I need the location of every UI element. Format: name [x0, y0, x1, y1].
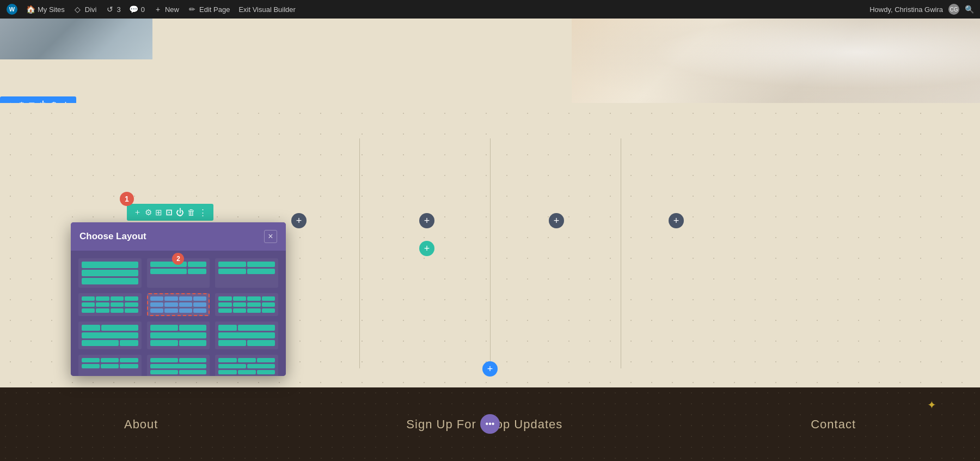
divi-label: Divi: [85, 5, 97, 14]
edit-page-label: Edit Page: [199, 5, 230, 14]
badge-1: 1: [120, 192, 134, 206]
my-sites-item[interactable]: 🏠 My Sites: [26, 5, 65, 14]
layout-2col-unequal[interactable]: 2: [147, 258, 210, 288]
divi-item[interactable]: ◇ Divi: [74, 5, 97, 14]
user-greeting: Howdy, Christina Gwira: [869, 5, 943, 14]
exit-builder-item[interactable]: Exit Visual Builder: [238, 5, 296, 14]
layout-row4-3[interactable]: [215, 355, 278, 376]
comments-count-item[interactable]: ↺ 3: [106, 5, 121, 14]
plus-btn-col3[interactable]: +: [669, 213, 684, 228]
popup-title: Choose Layout: [79, 231, 146, 242]
pencil-icon: ✏: [188, 5, 197, 14]
layout-row4-1[interactable]: [78, 355, 142, 376]
more-icon-mid[interactable]: ⋮: [199, 208, 207, 217]
layout-mixed-3[interactable]: [215, 322, 278, 349]
add-col-icon-mid[interactable]: ＋: [133, 207, 142, 217]
comment-icon: 💬: [130, 5, 138, 14]
refresh-icon: ↺: [106, 5, 114, 14]
row-toolbar-middle: ＋ ⚙ ⊞ ⊡ ⏻ 🗑 ⋮: [127, 204, 213, 221]
plus-btn-col1[interactable]: +: [419, 213, 434, 228]
layout-row4-2[interactable]: [147, 355, 210, 376]
popup-body: 2: [71, 251, 286, 376]
admin-bar-right: Howdy, Christina Gwira CG 🔍: [869, 4, 973, 15]
user-avatar[interactable]: CG: [948, 4, 959, 15]
col-divider-1: [359, 138, 360, 368]
comments-count: 3: [117, 5, 121, 14]
wp-logo: W: [7, 4, 17, 15]
footer: About Sign Up For Shop Updates Contact ✦…: [0, 387, 980, 461]
delete-icon-mid[interactable]: 🗑: [187, 208, 195, 217]
dots-menu-button[interactable]: •••: [480, 414, 500, 434]
layout-full-1[interactable]: [78, 258, 142, 288]
copy-icon-mid[interactable]: ⊞: [155, 208, 162, 217]
plus-btn-col1-teal[interactable]: +: [419, 241, 434, 256]
col-divider-2: [490, 138, 491, 368]
layout-4col-small[interactable]: [78, 293, 142, 316]
admin-bar: W 🏠 My Sites ◇ Divi ↺ 3 💬 0 + New ✏ Edit…: [0, 0, 980, 19]
badge-2: 2: [172, 253, 184, 265]
layout-mixed-1[interactable]: [78, 322, 142, 349]
col-divider-3: [621, 138, 621, 368]
layout-2col-equal[interactable]: [215, 258, 278, 288]
plus-btn-col0[interactable]: +: [291, 213, 307, 228]
plus-btn-col2[interactable]: +: [549, 213, 564, 228]
wp-logo-item[interactable]: W: [7, 4, 17, 15]
top-image-right: [572, 19, 980, 103]
settings-icon-mid[interactable]: ⚙: [145, 208, 152, 217]
exit-builder-label: Exit Visual Builder: [238, 5, 296, 14]
footer-contact[interactable]: Contact: [811, 417, 856, 432]
page-content: ＋ ⚙ ⊞ ⏻ 🗑 ⋮ 1 ＋ ⚙ ⊞ ⊡ ⏻ 🗑 ⋮ Choose Layou…: [0, 19, 980, 461]
plus-btn-bottom-center[interactable]: +: [482, 361, 498, 377]
home-icon: 🏠: [26, 5, 35, 14]
choose-layout-popup: Choose Layout × 2: [71, 222, 286, 376]
footer-star: ✦: [927, 398, 936, 411]
layout-icon-mid[interactable]: ⊡: [166, 208, 173, 217]
comment-bubbles-item[interactable]: 💬 0: [130, 5, 145, 14]
layout-4col-selected[interactable]: [147, 293, 210, 316]
footer-about[interactable]: About: [124, 417, 158, 432]
popup-header: Choose Layout ×: [71, 222, 286, 251]
disable-icon-mid[interactable]: ⏻: [176, 208, 184, 217]
top-right-accent: [572, 19, 980, 103]
divi-icon: ◇: [74, 5, 82, 14]
my-sites-label: My Sites: [38, 5, 65, 14]
new-label: New: [165, 5, 179, 14]
plus-icon: +: [154, 5, 162, 14]
comment-count: 0: [141, 5, 145, 14]
search-icon[interactable]: 🔍: [965, 5, 973, 14]
top-image-left: [0, 19, 152, 59]
popup-close-button[interactable]: ×: [264, 230, 277, 243]
layout-mixed-2[interactable]: [147, 322, 210, 349]
layout-4col-alt[interactable]: [215, 293, 278, 316]
edit-page-item[interactable]: ✏ Edit Page: [188, 5, 230, 14]
new-item[interactable]: + New: [154, 5, 179, 14]
